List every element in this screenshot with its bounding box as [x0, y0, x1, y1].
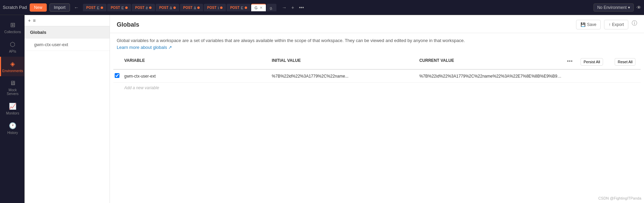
- content-area: Globals 💾 Save ↑ Export ⓘ Global variabl…: [110, 15, 644, 203]
- tab-dot: [197, 6, 200, 9]
- tab-dot: [101, 6, 103, 9]
- row-initial-value[interactable]: %7B%22id%22%3A1779%2C%22name...: [270, 73, 418, 79]
- env-panel: + ≡ Globals gwm-ctx-user-ext: [25, 15, 110, 203]
- tab-post-4[interactable]: POST ã: [156, 4, 179, 11]
- col-check: [113, 57, 123, 66]
- sidebar-label-monitors: Monitors: [6, 111, 19, 115]
- variables-table: VARIABLE INITIAL VALUE CURRENT VALUE •••…: [110, 55, 644, 203]
- row-checkbox[interactable]: [115, 73, 119, 78]
- tab-g-dot[interactable]: g.: [267, 4, 276, 11]
- method-label: POST: [207, 6, 216, 10]
- tab-post-5[interactable]: POST ã: [180, 4, 203, 11]
- add-variable-row[interactable]: Add a new variable: [113, 83, 641, 93]
- sidebar-item-environments[interactable]: ◈ Environments: [0, 57, 24, 76]
- sidebar-label-collections: Collections: [4, 30, 21, 34]
- persist-all-button[interactable]: Persist All: [581, 58, 603, 66]
- environment-selector[interactable]: No Environment ▾: [593, 3, 634, 12]
- save-icon: 💾: [581, 22, 586, 27]
- env-item-globals[interactable]: Globals: [25, 26, 110, 39]
- col-variable: VARIABLE: [123, 57, 270, 66]
- row-empty-5: [579, 76, 613, 77]
- tab-dot: [245, 6, 247, 9]
- method-label: POST: [86, 6, 96, 10]
- sidebar-item-history[interactable]: 🕐 History: [0, 119, 24, 138]
- history-icon: 🕐: [9, 122, 16, 130]
- sidebar-item-collections[interactable]: ⊞ Collections: [0, 18, 24, 37]
- tab-post-3[interactable]: POST ê: [132, 4, 155, 11]
- close-icon[interactable]: ✕: [260, 6, 262, 10]
- apis-icon: ⬡: [10, 41, 15, 48]
- reset-all-button[interactable]: Reset All: [615, 58, 635, 66]
- tab-post-7[interactable]: POST E: [227, 4, 251, 11]
- tab-post-1[interactable]: POST E: [83, 4, 107, 11]
- sidebar-label-mock-servers: Mock Servers: [2, 88, 23, 96]
- sidebar-item-mock-servers[interactable]: 🖥 Mock Servers: [0, 76, 24, 99]
- tab-dot: [149, 6, 152, 9]
- sidebar-item-apis[interactable]: ⬡ APIs: [0, 37, 24, 57]
- method-label: POST: [230, 6, 239, 10]
- col-persist-all: Persist All: [579, 57, 613, 66]
- more-icon[interactable]: •••: [298, 4, 305, 11]
- chevron-down-icon: ▾: [628, 5, 630, 10]
- globals-tab-icon: G: [255, 6, 258, 10]
- col-current: CURRENT VALUE: [418, 57, 566, 66]
- method-label: POST: [135, 6, 144, 10]
- content-description: Global variables for a workspace are a s…: [110, 33, 644, 55]
- watermark: CSDN @FightingITPanda: [598, 196, 641, 200]
- header-actions: 💾 Save ↑ Export ⓘ: [576, 20, 637, 29]
- add-env-icon[interactable]: +: [28, 18, 31, 23]
- env-label: No Environment: [597, 5, 627, 10]
- tab-post-6[interactable]: POST ì: [204, 4, 226, 11]
- row-current-value[interactable]: %7B%22id%22%3A1779%2C%22name%22%3A%22E7%…: [418, 73, 566, 79]
- page-title: Globals: [117, 21, 139, 28]
- sidebar-label-history: History: [7, 131, 18, 135]
- learn-more-link[interactable]: Learn more about globals ↗: [117, 45, 172, 50]
- top-bar: Scratch Pad New Import ← POST E POST E P…: [0, 0, 644, 15]
- eye-icon[interactable]: 👁: [636, 5, 641, 10]
- sidebar: ⊞ Collections ⬡ APIs ◈ Environments 🖥 Mo…: [0, 15, 25, 203]
- tab-dot: [125, 6, 128, 9]
- tab-bar: POST E POST E POST ê POST ã POST ã POST …: [83, 4, 276, 11]
- col-reset-all: Reset All: [613, 57, 641, 66]
- row-actions: [566, 76, 579, 77]
- tab-dot: [173, 6, 176, 9]
- back-icon[interactable]: ←: [73, 4, 80, 11]
- export-icon: ↑: [609, 22, 611, 27]
- sidebar-label-environments: Environments: [2, 69, 23, 73]
- row-variable[interactable]: gwm-ctx-user-ext: [123, 73, 270, 79]
- new-button[interactable]: New: [30, 3, 47, 12]
- monitors-icon: 📈: [9, 103, 16, 110]
- environments-icon: ◈: [10, 60, 15, 68]
- mock-servers-icon: 🖥: [10, 80, 16, 87]
- table-row: gwm-ctx-user-ext %7B%22id%22%3A1779%2C%2…: [113, 70, 641, 83]
- info-icon[interactable]: ⓘ: [632, 20, 637, 29]
- method-label: POST: [111, 6, 120, 10]
- save-button[interactable]: 💾 Save: [576, 20, 601, 29]
- method-label: POST: [159, 6, 168, 10]
- col-more-btn[interactable]: •••: [567, 58, 573, 64]
- tab-post-2[interactable]: POST E: [107, 4, 131, 11]
- app-title: Scratch Pad: [3, 5, 27, 10]
- tab-actions: → + •••: [279, 4, 307, 11]
- add-tab-icon[interactable]: +: [290, 4, 296, 11]
- content-header: Globals 💾 Save ↑ Export ⓘ: [110, 15, 644, 33]
- tab-globals[interactable]: G ✕: [251, 4, 266, 11]
- main-layout: ⊞ Collections ⬡ APIs ◈ Environments 🖥 Mo…: [0, 15, 644, 203]
- col-initial: INITIAL VALUE: [270, 57, 418, 66]
- env-list: Globals gwm-ctx-user-ext: [25, 26, 110, 203]
- panel-header: + ≡: [25, 15, 110, 26]
- forward-icon[interactable]: →: [281, 4, 288, 11]
- row-empty-6: [613, 76, 641, 77]
- method-label: POST: [183, 6, 192, 10]
- sidebar-label-apis: APIs: [9, 50, 16, 53]
- env-item-gwm[interactable]: gwm-ctx-user-ext: [25, 39, 110, 51]
- col-more: •••: [566, 57, 579, 66]
- sidebar-item-monitors[interactable]: 📈 Monitors: [0, 99, 24, 119]
- row-checkbox-cell[interactable]: [113, 72, 123, 80]
- table-header-row: VARIABLE INITIAL VALUE CURRENT VALUE •••…: [113, 55, 641, 70]
- collections-icon: ⊞: [10, 21, 15, 29]
- tab-dot: [220, 6, 223, 9]
- export-button[interactable]: ↑ Export: [604, 20, 628, 29]
- filter-icon[interactable]: ≡: [33, 18, 35, 23]
- import-button[interactable]: Import: [49, 3, 70, 12]
